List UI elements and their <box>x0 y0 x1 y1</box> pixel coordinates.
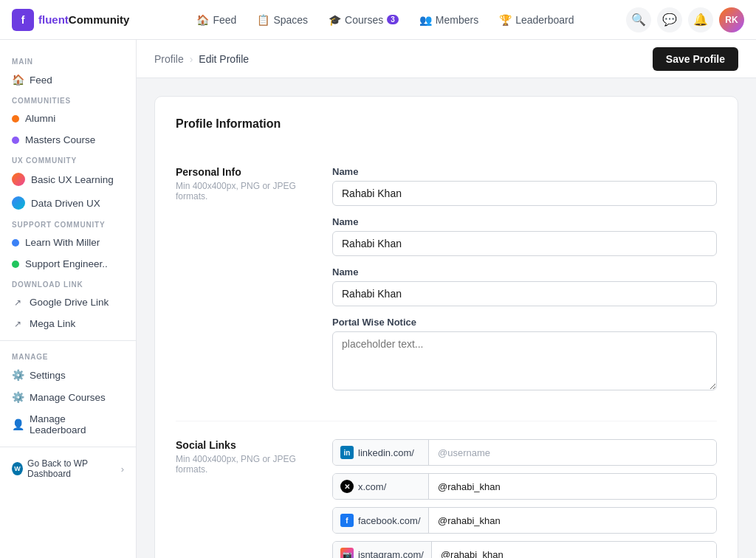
chevron-right-icon: › <box>121 464 124 475</box>
spaces-icon: 📋 <box>257 14 269 26</box>
nav-links: 🏠 Feed 📋 Spaces 🎓 Courses 3 👥 Members 🏆 … <box>145 10 626 30</box>
social-links-left: Social Links Min 400x400px, PNG or JPEG … <box>176 439 309 558</box>
sidebar-section-support: SUPPORT COMMUNITY <box>0 215 136 232</box>
sidebar-divider <box>0 340 136 341</box>
leaderboard-icon: 🏆 <box>499 14 512 26</box>
personal-info-title: Personal Info <box>176 166 309 178</box>
social-links-title: Social Links <box>176 439 309 451</box>
nav-icons: 🔍 💬 🔔 RK <box>626 7 744 32</box>
sidebar-section-communities: COMMUNITIES <box>0 91 136 108</box>
learn-miller-dot <box>12 239 19 247</box>
user-avatar[interactable]: RK <box>719 7 744 32</box>
portal-notice-label: Portal Wise Notice <box>332 317 717 328</box>
x-icon: ✕ <box>340 480 354 493</box>
sidebar-divider-2 <box>0 447 136 447</box>
courses-icon: 🎓 <box>329 14 341 26</box>
profile-card: Profile Information Personal Info Min 40… <box>154 96 738 558</box>
name-label-2: Name <box>332 216 717 227</box>
page-layout: MAIN 🏠 Feed COMMUNITIES Alumni Masters C… <box>0 40 756 558</box>
feed-icon: 🏠 <box>12 74 24 86</box>
sidebar-item-settings[interactable]: ⚙️ Settings <box>0 364 136 386</box>
nav-spaces[interactable]: 📋 Spaces <box>248 10 317 30</box>
social-links-section: Social Links Min 400x400px, PNG or JPEG … <box>176 421 717 558</box>
sidebar-section-ux: UX COMMUNITY <box>0 151 136 168</box>
manage-courses-icon: ⚙️ <box>12 391 24 403</box>
sidebar-item-basic-ux[interactable]: Basic UX Learning <box>0 168 136 191</box>
first-name-input[interactable] <box>332 181 717 206</box>
name-field-3-group: Name <box>332 266 717 306</box>
portal-notice-textarea[interactable] <box>332 331 717 390</box>
instagram-icon: 📷 <box>340 548 354 558</box>
linkedin-row: in linkedin.com/ <box>332 439 717 466</box>
display-name-input[interactable] <box>332 281 717 306</box>
courses-badge: 3 <box>387 15 399 24</box>
data-driven-avatar <box>12 196 25 210</box>
breadcrumb-separator: › <box>190 53 193 65</box>
linkedin-input[interactable] <box>429 441 716 464</box>
sidebar-item-masters-course[interactable]: Masters Course <box>0 129 136 151</box>
sidebar-section-download: DOWNLOAD LINK <box>0 275 136 292</box>
breadcrumb-current: Edit Profile <box>199 53 249 65</box>
alumni-dot <box>12 115 19 123</box>
settings-icon: ⚙️ <box>12 369 24 381</box>
messages-button[interactable]: 💬 <box>657 7 682 32</box>
profile-content: Profile Information Personal Info Min 40… <box>137 78 756 558</box>
save-profile-button[interactable]: Save Profile <box>653 47 738 71</box>
name-label-3: Name <box>332 266 717 278</box>
sidebar-section-main: MAIN <box>0 52 136 69</box>
personal-info-section: Personal Info Min 400x400px, PNG or JPEG… <box>176 148 717 421</box>
main-content: Profile › Edit Profile Save Profile Prof… <box>137 40 756 558</box>
social-links-right: in linkedin.com/ ✕ x.com/ <box>332 439 717 558</box>
portal-notice-group: Portal Wise Notice <box>332 317 717 393</box>
facebook-input[interactable] <box>429 509 716 532</box>
breadcrumb-parent[interactable]: Profile <box>154 53 184 65</box>
sidebar-section-manage: MANAGE <box>0 347 136 364</box>
arrow-icon-google: ↗ <box>12 297 24 308</box>
personal-info-left: Personal Info Min 400x400px, PNG or JPEG… <box>176 166 309 403</box>
support-eng-dot <box>12 261 19 268</box>
nav-members[interactable]: 👥 Members <box>410 10 487 30</box>
breadcrumb-bar: Profile › Edit Profile Save Profile <box>137 40 756 78</box>
x-input[interactable] <box>429 475 716 498</box>
nav-courses[interactable]: 🎓 Courses 3 <box>320 10 408 30</box>
search-button[interactable]: 🔍 <box>626 7 651 32</box>
sidebar-item-data-driven[interactable]: Data Driven UX <box>0 191 136 215</box>
sidebar-item-google-drive[interactable]: ↗ Google Drive Link <box>0 292 136 313</box>
name-field-1-group: Name <box>332 166 717 206</box>
top-nav: f fluentCommunity 🏠 Feed 📋 Spaces 🎓 Cour… <box>0 0 756 40</box>
members-icon: 👥 <box>419 14 432 26</box>
manage-leaderboard-icon: 👤 <box>12 418 24 430</box>
breadcrumb: Profile › Edit Profile <box>154 53 249 65</box>
facebook-icon: f <box>340 514 354 527</box>
wp-icon: W <box>12 462 23 475</box>
name-field-2-group: Name <box>332 216 717 256</box>
nav-leaderboard[interactable]: 🏆 Leaderboard <box>490 10 583 30</box>
facebook-prefix: f facebook.com/ <box>333 508 429 533</box>
logo[interactable]: f fluentCommunity <box>12 9 145 31</box>
x-row: ✕ x.com/ <box>332 473 717 500</box>
sidebar-item-learn-miller[interactable]: Learn With Miller <box>0 232 136 253</box>
nav-feed[interactable]: 🏠 Feed <box>188 10 245 30</box>
linkedin-icon: in <box>340 446 354 459</box>
sidebar-item-feed[interactable]: 🏠 Feed <box>0 69 136 91</box>
instagram-input[interactable] <box>432 543 716 559</box>
home-icon: 🏠 <box>196 14 209 26</box>
logo-icon: f <box>12 9 34 31</box>
personal-info-right: Name Name Name Portal Wise Notice <box>332 166 717 403</box>
sidebar-item-mega-link[interactable]: ↗ Mega Link <box>0 313 136 334</box>
notifications-button[interactable]: 🔔 <box>688 7 713 32</box>
sidebar-item-support-eng[interactable]: Support Engineer.. <box>0 253 136 275</box>
sidebar-item-alumni[interactable]: Alumni <box>0 108 136 129</box>
logo-text: fluentCommunity <box>38 13 129 26</box>
sidebar: MAIN 🏠 Feed COMMUNITIES Alumni Masters C… <box>0 40 137 558</box>
wp-dashboard-link[interactable]: W Go Back to WP Dashboard › <box>0 453 136 484</box>
arrow-icon-mega: ↗ <box>12 319 24 329</box>
x-prefix: ✕ x.com/ <box>333 474 429 499</box>
last-name-input[interactable] <box>332 231 717 256</box>
facebook-row: f facebook.com/ <box>332 507 717 534</box>
sidebar-item-manage-courses[interactable]: ⚙️ Manage Courses <box>0 386 136 408</box>
sidebar-item-manage-leaderboard[interactable]: 👤 Manage Leaderboard <box>0 408 136 441</box>
masters-dot <box>12 137 19 144</box>
instagram-row: 📷 isntagram.com/ <box>332 541 717 558</box>
basic-ux-avatar <box>12 173 25 186</box>
